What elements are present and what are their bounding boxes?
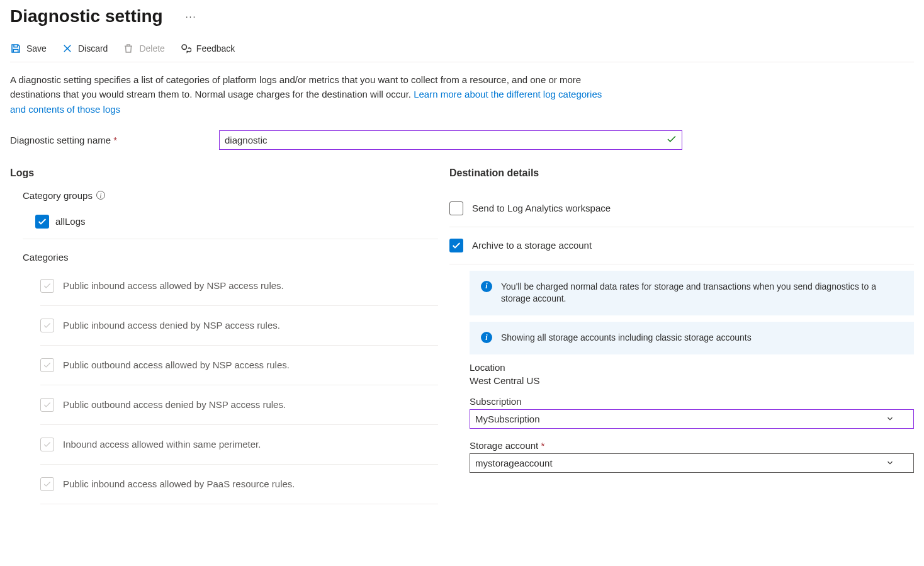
destination-heading: Destination details [449, 167, 914, 179]
category-checkbox [40, 319, 54, 332]
close-icon [62, 43, 73, 54]
info-box-storage-accounts: i Showing all storage accounts including… [470, 322, 914, 354]
storage-account-select[interactable]: mystorageaccount [470, 453, 914, 473]
more-options-icon[interactable]: ··· [186, 11, 197, 21]
chevron-down-icon [886, 458, 894, 467]
category-checkbox [40, 279, 54, 293]
category-checkbox [40, 398, 54, 412]
save-button[interactable]: Save [10, 43, 47, 54]
location-label: Location [470, 362, 914, 373]
all-logs-checkbox[interactable] [35, 215, 49, 229]
info-badge-icon: i [481, 281, 492, 292]
category-label: Public inbound access denied by NSP acce… [63, 320, 280, 331]
log-analytics-checkbox[interactable] [449, 201, 463, 215]
svg-point-0 [182, 45, 187, 50]
save-icon [10, 43, 21, 54]
save-label: Save [26, 43, 47, 54]
feedback-label: Feedback [196, 43, 235, 54]
archive-storage-label: Archive to a storage account [472, 240, 592, 251]
category-label: Public inbound access allowed by PaaS re… [63, 478, 295, 489]
setting-name-label: Diagnostic setting name * [10, 135, 219, 145]
category-label: Public inbound access allowed by NSP acc… [63, 280, 284, 291]
storage-account-label: Storage account * [470, 440, 914, 451]
feedback-button[interactable]: Feedback [180, 43, 235, 54]
category-checkbox [40, 358, 54, 372]
info-badge-icon: i [481, 332, 492, 343]
category-label: Inbound access allowed within same perim… [63, 439, 261, 450]
category-checkbox [40, 477, 54, 491]
chevron-down-icon [886, 414, 894, 423]
logs-heading: Logs [10, 167, 438, 179]
setting-name-input[interactable] [219, 130, 682, 150]
discard-button[interactable]: Discard [62, 43, 108, 54]
archive-storage-checkbox[interactable] [449, 239, 463, 252]
subscription-label: Subscription [470, 396, 914, 407]
delete-label: Delete [139, 43, 164, 54]
all-logs-label: allLogs [55, 216, 86, 227]
info-icon[interactable]: i [96, 191, 105, 200]
feedback-icon [180, 43, 191, 54]
valid-check-icon [666, 133, 677, 147]
categories-label: Categories [23, 252, 438, 263]
toolbar: Save Discard Delete Feedback [10, 38, 914, 62]
category-label: Public outbound access denied by NSP acc… [63, 399, 286, 410]
info-box-charges: i You'll be charged normal data rates fo… [470, 271, 914, 315]
category-label: Public outbound access allowed by NSP ac… [63, 359, 290, 370]
discard-label: Discard [78, 43, 108, 54]
location-value: West Central US [470, 375, 914, 386]
trash-icon [123, 43, 134, 54]
page-title: Diagnostic setting [10, 6, 163, 26]
category-groups-label: Category groups i [23, 190, 438, 201]
delete-button: Delete [123, 43, 164, 54]
description-text: A diagnostic setting specifies a list of… [10, 62, 614, 130]
category-checkbox [40, 438, 54, 451]
subscription-select[interactable]: MySubscription [470, 409, 914, 429]
log-analytics-label: Send to Log Analytics workspace [472, 203, 611, 213]
